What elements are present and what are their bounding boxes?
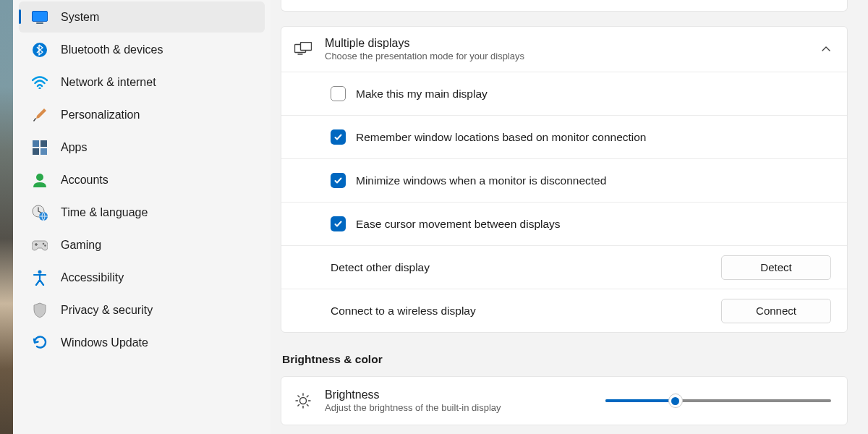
detect-display-label: Detect other display <box>331 261 721 274</box>
svg-rect-15 <box>301 43 312 51</box>
minimize-disconnect-checkbox[interactable] <box>331 173 346 188</box>
update-icon <box>32 335 48 351</box>
settings-sidebar: System Bluetooth & devices Network & int… <box>13 0 271 434</box>
sidebar-item-label: Time & language <box>61 206 148 219</box>
sidebar-item-label: Accounts <box>61 174 109 187</box>
brush-icon <box>32 107 48 123</box>
minimize-disconnect-row: Minimize windows when a monitor is disco… <box>281 158 847 202</box>
svg-point-13 <box>38 270 42 273</box>
sidebar-item-personalization[interactable]: Personalization <box>19 99 265 130</box>
remember-locations-row: Remember window locations based on monit… <box>281 115 847 158</box>
svg-point-16 <box>300 398 307 404</box>
svg-rect-0 <box>33 11 48 21</box>
sidebar-item-apps[interactable]: Apps <box>19 132 265 163</box>
ease-cursor-checkbox[interactable] <box>331 216 346 231</box>
sidebar-item-label: Privacy & security <box>61 304 153 317</box>
system-icon <box>32 9 48 25</box>
wireless-display-row: Connect to a wireless display Connect <box>281 289 847 332</box>
multiple-displays-panel: Multiple displays Choose the presentatio… <box>281 26 848 333</box>
chevron-up-icon <box>821 44 831 54</box>
brightness-panel: Brightness Adjust the brightness of the … <box>281 376 848 425</box>
svg-rect-6 <box>33 148 39 155</box>
svg-point-3 <box>38 87 41 89</box>
brightness-color-heading: Brightness & color <box>282 353 848 366</box>
sidebar-item-label: Bluetooth & devices <box>61 43 163 56</box>
account-icon <box>32 172 48 188</box>
ease-cursor-label: Ease cursor movement between displays <box>356 218 831 231</box>
panel-subtitle: Choose the presentation mode for your di… <box>325 51 821 61</box>
sidebar-item-windows-update[interactable]: Windows Update <box>19 327 265 358</box>
brightness-row: Brightness Adjust the brightness of the … <box>281 377 847 425</box>
brightness-subtitle: Adjust the brightness of the built-in di… <box>325 402 605 413</box>
sidebar-item-label: Accessibility <box>61 271 124 284</box>
wireless-display-label: Connect to a wireless display <box>331 305 721 318</box>
sidebar-item-accessibility[interactable]: Accessibility <box>19 262 265 293</box>
multiple-displays-header[interactable]: Multiple displays Choose the presentatio… <box>281 27 847 72</box>
svg-rect-4 <box>33 140 39 147</box>
shield-icon <box>32 302 48 318</box>
minimize-disconnect-label: Minimize windows when a monitor is disco… <box>356 174 831 187</box>
sidebar-item-label: Personalization <box>61 109 140 122</box>
sidebar-item-gaming[interactable]: Gaming <box>19 229 265 260</box>
detect-display-row: Detect other display Detect <box>281 245 847 289</box>
slider-fill <box>605 399 676 402</box>
main-display-label: Make this my main display <box>356 88 831 101</box>
remember-locations-checkbox[interactable] <box>331 129 346 145</box>
svg-point-8 <box>36 174 43 181</box>
sidebar-item-label: System <box>61 11 99 24</box>
sidebar-item-label: Network & internet <box>61 76 156 89</box>
svg-rect-5 <box>41 140 47 147</box>
sidebar-item-label: Windows Update <box>61 336 148 349</box>
panel-title: Multiple displays <box>325 37 821 50</box>
gamepad-icon <box>32 237 48 253</box>
settings-content: Multiple displays Choose the presentatio… <box>271 0 868 434</box>
accessibility-icon <box>32 270 48 286</box>
slider-thumb[interactable] <box>668 393 683 408</box>
sidebar-item-accounts[interactable]: Accounts <box>19 164 265 195</box>
detect-button[interactable]: Detect <box>721 255 831 280</box>
main-display-checkbox[interactable] <box>331 86 346 101</box>
apps-icon <box>32 140 48 156</box>
sidebar-item-label: Apps <box>61 141 87 154</box>
displays-icon <box>294 41 312 58</box>
brightness-slider[interactable] <box>605 394 831 407</box>
ease-cursor-row: Ease cursor movement between displays <box>281 202 847 245</box>
sidebar-item-privacy[interactable]: Privacy & security <box>19 294 265 326</box>
sidebar-item-time-language[interactable]: Time & language <box>19 197 265 228</box>
main-display-row: Make this my main display <box>281 72 847 115</box>
previous-card-edge <box>281 0 848 12</box>
remember-locations-label: Remember window locations based on monit… <box>356 131 831 144</box>
sidebar-item-label: Gaming <box>61 239 101 252</box>
svg-rect-7 <box>41 148 47 155</box>
clock-globe-icon <box>32 205 48 221</box>
connect-button[interactable]: Connect <box>721 299 831 323</box>
wifi-icon <box>32 75 48 90</box>
desktop-wallpaper-edge <box>0 0 13 434</box>
bluetooth-icon <box>32 42 48 58</box>
brightness-icon <box>294 392 312 409</box>
sidebar-item-system[interactable]: System <box>19 1 265 33</box>
sidebar-item-bluetooth[interactable]: Bluetooth & devices <box>19 34 265 65</box>
svg-point-12 <box>44 244 46 247</box>
svg-rect-1 <box>36 22 43 24</box>
sidebar-item-network[interactable]: Network & internet <box>19 67 265 98</box>
svg-point-11 <box>43 242 45 244</box>
brightness-title: Brightness <box>325 388 605 401</box>
